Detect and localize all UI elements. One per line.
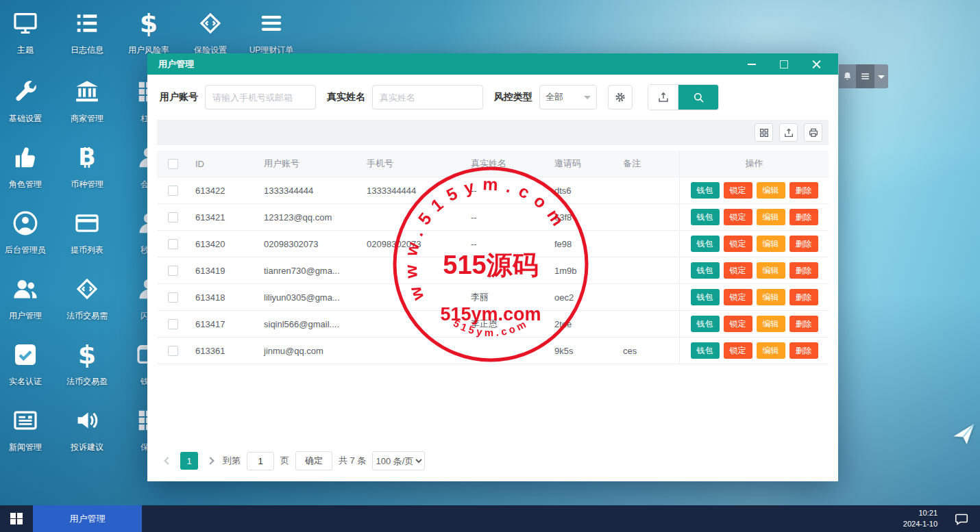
row-checkbox-cell — [157, 311, 188, 338]
search-button[interactable] — [678, 85, 718, 110]
windows-logo-icon — [10, 513, 23, 525]
desktop-icon-news-management[interactable]: 新闻管理 — [0, 407, 56, 453]
edit-button[interactable]: 编辑 — [757, 209, 785, 225]
wallet-button[interactable]: 钱包 — [691, 262, 720, 279]
lock-button[interactable]: 锁定 — [724, 316, 752, 332]
desktop-icon-backend-admin[interactable]: 后台管理员 — [0, 210, 56, 256]
wallet-button[interactable]: 钱包 — [691, 289, 720, 305]
cell-phone — [360, 204, 464, 231]
select-all-checkbox[interactable] — [168, 159, 178, 169]
minimize-button[interactable] — [746, 59, 757, 70]
card-icon — [73, 210, 101, 237]
chevron-down-icon[interactable] — [874, 64, 888, 88]
column-settings-button[interactable] — [755, 123, 773, 142]
grid-view-icon — [759, 127, 770, 138]
window-controls — [746, 59, 827, 70]
lock-button[interactable]: 锁定 — [724, 182, 752, 199]
wallet-button[interactable]: 钱包 — [691, 209, 720, 225]
header-phone: 手机号 — [360, 151, 464, 177]
row-checkbox[interactable] — [168, 346, 178, 356]
edit-button[interactable]: 编辑 — [757, 316, 785, 332]
cell-invite: fe98 — [548, 231, 616, 257]
realname-input[interactable] — [372, 85, 483, 110]
cell-id: 613418 — [188, 284, 257, 311]
delete-button[interactable]: 删除 — [789, 289, 818, 305]
desktop-icon-withdraw-list[interactable]: 提币列表 — [56, 210, 118, 256]
header-actions: 操作 — [679, 151, 829, 177]
desktop-icon-merchant-management[interactable]: 商家管理 — [56, 78, 118, 125]
chat-icon[interactable] — [953, 510, 970, 528]
wallet-button[interactable]: 钱包 — [691, 236, 720, 252]
risk-type-select[interactable]: 全部 — [539, 85, 597, 110]
desktop-icon-up-finance-orders[interactable]: UP理财订单 — [241, 10, 302, 56]
desktop-icon-logs[interactable]: 日志信息 — [56, 10, 118, 56]
page-size-select[interactable]: 100 条/页 — [372, 451, 425, 470]
lock-button[interactable]: 锁定 — [724, 342, 752, 359]
edit-button[interactable]: 编辑 — [757, 236, 785, 252]
print-icon — [808, 127, 819, 138]
start-button[interactable] — [0, 505, 33, 532]
cell-phone — [360, 284, 464, 311]
desktop-icon-feedback[interactable]: 投诉建议 — [56, 407, 118, 453]
next-page-button[interactable] — [204, 452, 217, 470]
bell-icon[interactable] — [839, 64, 856, 88]
edit-button[interactable]: 编辑 — [757, 182, 785, 199]
delete-button[interactable]: 删除 — [789, 182, 818, 199]
lock-button[interactable]: 锁定 — [724, 289, 752, 305]
export-table-button[interactable] — [779, 123, 798, 142]
wallet-button[interactable]: 钱包 — [691, 316, 720, 332]
gear-icon — [614, 91, 626, 103]
desktop-icon-currency-management[interactable]: 币种管理 — [56, 144, 118, 190]
row-checkbox[interactable] — [168, 186, 178, 196]
row-checkbox[interactable] — [168, 212, 178, 223]
window-titlebar[interactable]: 用户管理 — [147, 53, 838, 75]
row-checkbox[interactable] — [168, 319, 178, 329]
page-number-button[interactable]: 1 — [180, 452, 198, 470]
edit-button[interactable]: 编辑 — [757, 342, 785, 359]
wallet-button[interactable]: 钱包 — [691, 342, 720, 359]
menu-icon[interactable] — [856, 64, 874, 88]
wallet-button[interactable]: 钱包 — [691, 182, 720, 199]
settings-button[interactable] — [608, 85, 633, 110]
delete-button[interactable]: 删除 — [789, 262, 818, 279]
row-checkbox[interactable] — [168, 239, 178, 249]
desktop-icon-user-risk[interactable]: 用户风险率 — [118, 10, 180, 56]
desktop-icon-fiat-trade-demand[interactable]: 法币交易需 — [56, 275, 118, 322]
goto-page-input[interactable] — [247, 452, 274, 470]
desktop-icon-realname-auth[interactable]: 实名认证 — [0, 341, 56, 388]
row-checkbox-cell — [157, 257, 188, 284]
desktop-icon-insurance-settings[interactable]: 保险设置 — [180, 10, 241, 56]
lock-button[interactable]: 锁定 — [724, 209, 752, 225]
edit-button[interactable]: 编辑 — [757, 289, 785, 305]
desktop-icon-label: 后台管理员 — [5, 244, 46, 256]
delete-button[interactable]: 删除 — [789, 316, 818, 332]
delete-button[interactable]: 删除 — [789, 209, 818, 225]
cell-account: liliyun0305@gma... — [257, 284, 360, 311]
cell-phone — [360, 257, 464, 284]
taskbar-item-user-management[interactable]: 用户管理 — [33, 505, 142, 532]
maximize-button[interactable] — [779, 59, 789, 70]
cell-actions: 钱包 锁定 编辑 删除 — [679, 284, 829, 311]
confirm-button[interactable]: 确定 — [295, 451, 332, 470]
delete-button[interactable]: 删除 — [789, 342, 818, 359]
desktop-icon-user-management[interactable]: 用户管理 — [0, 275, 56, 322]
row-checkbox[interactable] — [168, 266, 178, 276]
row-checkbox[interactable] — [168, 292, 178, 303]
export-button[interactable] — [648, 85, 678, 110]
prev-page-button[interactable] — [162, 452, 174, 470]
taskbar-clock[interactable]: 10:21 2024-1-10 — [903, 508, 938, 530]
desktop-icon-basic-settings[interactable]: 基础设置 — [0, 78, 56, 125]
edit-button[interactable]: 编辑 — [757, 262, 785, 279]
people-icon — [12, 275, 39, 303]
lock-button[interactable]: 锁定 — [724, 236, 752, 252]
desktop-icon-theme[interactable]: 主题 — [0, 10, 56, 56]
user-table: ID 用户账号 手机号 真实姓名 邀请码 备注 操作 613422 133334… — [157, 151, 829, 364]
account-input[interactable] — [205, 85, 316, 110]
desktop-icon-fiat-trade-profit[interactable]: 法币交易盈 — [56, 341, 118, 388]
print-button[interactable] — [804, 123, 822, 142]
lock-button[interactable]: 锁定 — [724, 262, 752, 279]
delete-button[interactable]: 删除 — [789, 236, 818, 252]
paper-plane-icon[interactable] — [950, 420, 979, 449]
close-button[interactable] — [811, 59, 822, 70]
desktop-icon-role-management[interactable]: 角色管理 — [0, 144, 56, 190]
